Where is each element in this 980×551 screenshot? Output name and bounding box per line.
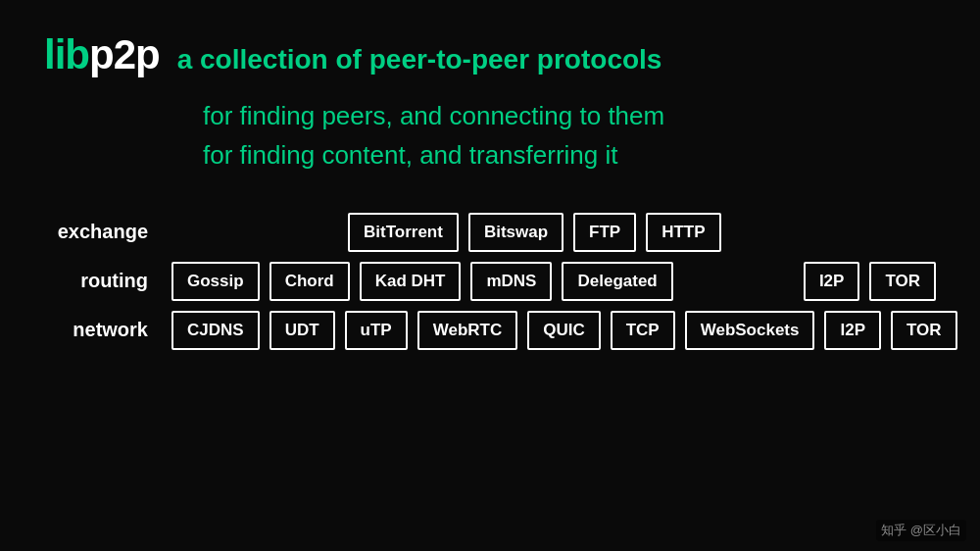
- proto-box-i2p: I2P: [824, 311, 881, 350]
- subline-0: for finding peers, and connecting to the…: [203, 96, 936, 135]
- logo-lib: lib: [44, 31, 89, 77]
- proto-box-tor: TOR: [891, 311, 957, 350]
- row-label-routing: routing: [44, 270, 162, 292]
- proto-box-quic: QUIC: [527, 311, 601, 350]
- proto-box-udt: UDT: [270, 311, 335, 350]
- proto-box-webrtc: WebRTC: [417, 311, 518, 350]
- watermark: 知乎 @区小白: [876, 520, 966, 541]
- proto-box-delegated: Delegated: [562, 262, 672, 301]
- proto-box-gossip: Gossip: [172, 262, 260, 301]
- proto-box-http: HTTP: [646, 213, 720, 252]
- proto-box-websockets: WebSockets: [685, 311, 815, 350]
- proto-box-ftp: FTP: [573, 213, 636, 252]
- sub-lines: for finding peers, and connecting to the…: [44, 96, 936, 175]
- logo: libp2p: [44, 31, 160, 78]
- header-row: libp2p a collection of peer-to-peer prot…: [44, 31, 936, 78]
- proto-box-bitswap: Bitswap: [468, 213, 564, 252]
- row-label-network: network: [44, 319, 162, 341]
- proto-box-tcp: TCP: [611, 311, 675, 350]
- proto-box-bittorrent: BitTorrent: [348, 213, 459, 252]
- proto-box-utp: uTP: [345, 311, 408, 350]
- subline-1: for finding content, and transferring it: [203, 135, 936, 175]
- protocol-row-routing: routingGossipChordKad DHTmDNSDelegatedI2…: [44, 262, 936, 301]
- slide: libp2p a collection of peer-to-peer prot…: [0, 0, 980, 551]
- row-label-exchange: exchange: [44, 221, 162, 243]
- logo-p2p: p2p: [89, 31, 160, 77]
- header-tagline: a collection of peer-to-peer protocols: [177, 44, 662, 75]
- proto-box-tor: TOR: [869, 262, 936, 301]
- proto-box-i2p: I2P: [804, 262, 860, 301]
- proto-box-cjdns: CJDNS: [172, 311, 260, 350]
- protocol-section: exchangeBitTorrentBitswapFTPHTTProutingG…: [44, 213, 936, 350]
- proto-box-chord: Chord: [270, 262, 350, 301]
- protocol-row-exchange: exchangeBitTorrentBitswapFTPHTTP: [44, 213, 936, 252]
- protocol-row-network: networkCJDNSUDTuTPWebRTCQUICTCPWebSocket…: [44, 311, 936, 350]
- proto-box-kad-dht: Kad DHT: [360, 262, 462, 301]
- proto-box-mdns: mDNS: [470, 262, 552, 301]
